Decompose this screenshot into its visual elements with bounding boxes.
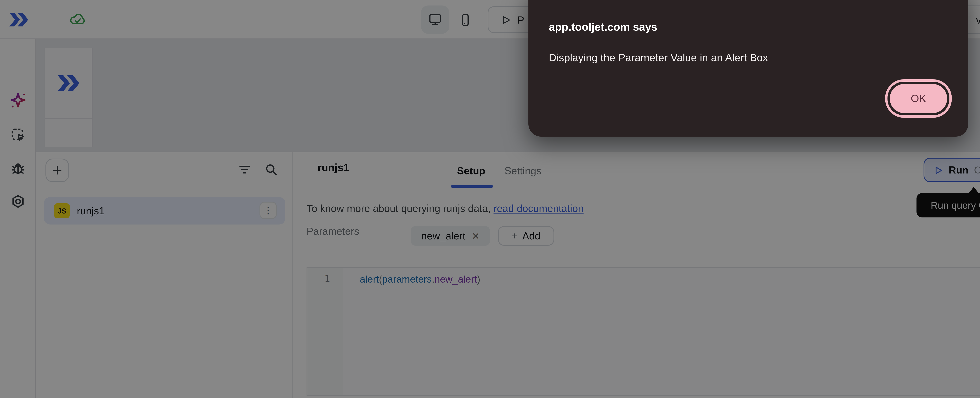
alert-ok-button[interactable]: OK <box>890 84 947 113</box>
browser-alert-dialog: app.tooljet.com says Displaying the Para… <box>528 0 968 137</box>
alert-dialog-message: Displaying the Parameter Value in an Ale… <box>549 52 768 64</box>
tooljet-app-builder: P v1 Development <box>0 0 980 398</box>
alert-dialog-title: app.tooljet.com says <box>549 21 657 33</box>
